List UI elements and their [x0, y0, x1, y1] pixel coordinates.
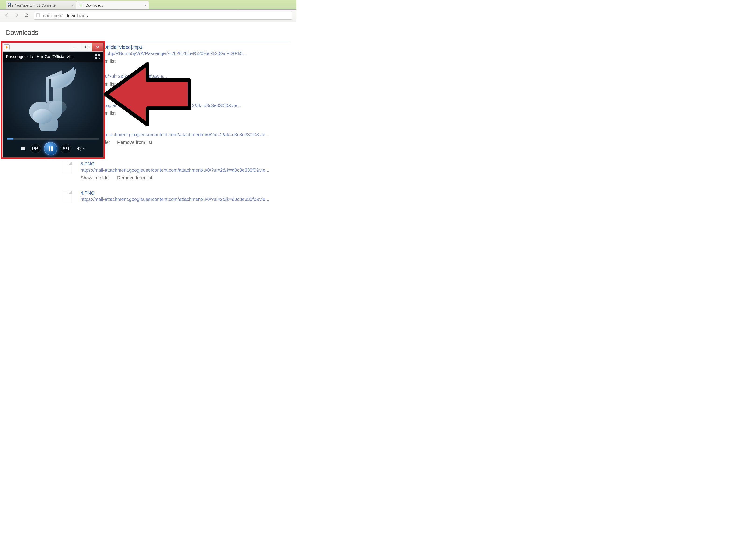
tab-downloads[interactable]: Downloads × — [76, 1, 149, 9]
svg-rect-2 — [85, 46, 88, 48]
url-prefix: chrome:// — [43, 13, 62, 19]
media-player-titlebar[interactable] — [2, 43, 103, 52]
page-icon — [36, 13, 41, 19]
page-title: Downloads — [6, 29, 291, 36]
svg-rect-10 — [49, 146, 50, 151]
favicon-downloads — [79, 3, 83, 7]
address-bar[interactable]: chrome://downloads — [34, 12, 292, 20]
download-filename[interactable]: et Her Go [Official Video].mp3 — [80, 45, 247, 50]
forward-button[interactable] — [14, 12, 19, 19]
download-filename[interactable]: 5.PNG — [80, 161, 269, 167]
seek-progress — [7, 138, 13, 139]
tab-close-icon[interactable]: × — [144, 3, 146, 7]
album-art-music-note-icon — [23, 65, 83, 131]
stop-button[interactable] — [21, 145, 26, 152]
play-pause-button[interactable] — [44, 142, 57, 155]
svg-rect-1 — [74, 48, 77, 48]
file-icon — [63, 162, 72, 174]
wmp-app-icon — [4, 44, 9, 50]
url-page: downloads — [66, 13, 88, 19]
now-playing-bar: Passenger - Let Her Go [Official Vi... — [3, 52, 103, 62]
svg-rect-4 — [98, 54, 100, 56]
next-button[interactable] — [63, 146, 69, 152]
reload-button[interactable] — [24, 12, 29, 19]
player-controls — [3, 142, 103, 155]
download-filename[interactable]: 4.PNG — [80, 190, 269, 196]
download-url[interactable]: https://mail-attachment.googleuserconten… — [80, 132, 269, 137]
file-icon — [63, 191, 72, 203]
svg-rect-11 — [51, 146, 53, 151]
now-playing-title: Passenger - Let Her Go [Official Vi... — [6, 54, 74, 59]
chevron-down-icon — [83, 148, 85, 150]
back-button[interactable] — [4, 12, 9, 19]
remove-link[interactable]: Remove from list — [117, 175, 152, 180]
tab-youtube-converter[interactable]: YTmp3 YouTube to mp3 Converte × — [6, 1, 76, 9]
previous-button[interactable] — [32, 146, 38, 152]
show-in-folder-link[interactable]: Show in folder — [80, 175, 110, 180]
tab-close-icon[interactable]: × — [72, 3, 74, 7]
close-button[interactable] — [92, 43, 103, 51]
download-item: 4.PNG https://mail-attachment.googleuser… — [6, 188, 291, 205]
seek-bar[interactable] — [7, 138, 99, 139]
tab-title: YouTube to mp3 Converte — [15, 3, 70, 7]
media-player-body: Passenger - Let Her Go [Official Vi... — [2, 52, 103, 158]
svg-rect-8 — [22, 146, 25, 150]
svg-rect-5 — [95, 57, 97, 59]
remove-link[interactable]: Remove from list — [117, 140, 152, 145]
svg-rect-0 — [37, 13, 40, 17]
svg-rect-12 — [68, 146, 69, 150]
tab-title: Downloads — [86, 3, 143, 7]
maximize-button[interactable] — [81, 43, 92, 51]
download-url[interactable]: aclst.com/dl.php/RBumo5yVrA/Passenger%20… — [80, 51, 247, 56]
download-url[interactable]: https://mail-attachment.googleuserconten… — [80, 167, 269, 173]
browser-tab-bar: YTmp3 YouTube to mp3 Converte × Download… — [0, 0, 297, 9]
svg-rect-9 — [32, 146, 33, 150]
download-url[interactable]: https://mail-attachment.googleuserconten… — [80, 197, 269, 202]
switch-view-icon[interactable] — [95, 54, 100, 60]
download-item: 5.PNG https://mail-attachment.googleuser… — [6, 158, 291, 188]
svg-rect-3 — [95, 54, 97, 56]
volume-control[interactable] — [76, 146, 85, 151]
media-player-window[interactable]: Passenger - Let Her Go [Official Vi... — [1, 41, 105, 159]
browser-toolbar: chrome://downloads — [0, 9, 297, 22]
favicon-ytmp3: YTmp3 — [8, 3, 12, 7]
minimize-button[interactable] — [70, 43, 81, 51]
